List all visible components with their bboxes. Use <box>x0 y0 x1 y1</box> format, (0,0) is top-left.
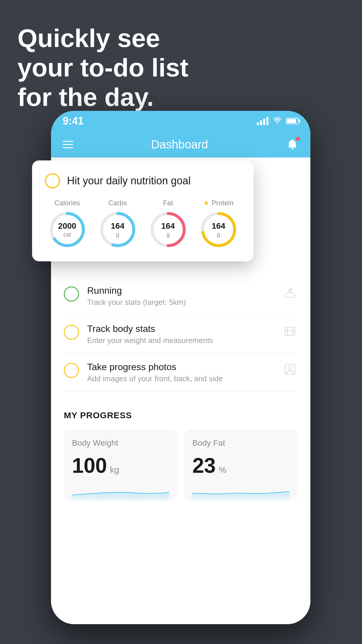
carbs-progress: 164 g <box>99 211 137 249</box>
star-icon: ★ <box>203 199 210 207</box>
notification-badge <box>296 137 300 141</box>
featured-card: Hit your daily nutrition goal Calories 2… <box>32 160 254 261</box>
todo-sub-running: Track your stats (target: 5km) <box>87 298 274 307</box>
fat-label: Fat <box>146 199 190 207</box>
progress-weight-value: 100 <box>72 454 107 477</box>
protein-unit: g <box>212 231 225 238</box>
progress-card-bodyfat[interactable]: Body Fat 23 % <box>184 429 298 501</box>
headline: Quickly see your to-do list for the day. <box>17 23 189 112</box>
menu-button[interactable] <box>63 141 73 148</box>
todo-title-photos: Take progress photos <box>87 362 274 372</box>
status-time: 9:41 <box>63 115 84 127</box>
protein-label: ★ Protein <box>196 199 241 207</box>
carbs-label: Carbs <box>95 199 140 207</box>
protein-progress: 164 g <box>200 211 238 249</box>
card-title: Hit your daily nutrition goal <box>67 175 191 187</box>
progress-bodyfat-value: 23 <box>192 454 216 477</box>
todo-circle-body-stats <box>64 325 79 340</box>
status-bar: 9:41 <box>51 111 310 131</box>
carbs-value: 164 <box>111 221 124 231</box>
calories-progress: 2000 cal <box>48 211 86 249</box>
nav-title: Dashboard <box>151 138 208 151</box>
weight-chart <box>72 483 169 501</box>
task-circle <box>45 173 60 188</box>
todo-circle-photos <box>64 363 79 378</box>
nutrition-carbs: Carbs 164 g <box>95 199 140 249</box>
scale-icon <box>282 323 298 339</box>
nutrition-fat: Fat 164 g <box>146 199 190 249</box>
progress-card-bodyfat-title: Body Fat <box>192 438 289 448</box>
signal-icon <box>257 117 268 125</box>
todo-sub-body-stats: Enter your weight and measurements <box>87 336 274 345</box>
todo-item-photos[interactable]: Take progress photos Add images of your … <box>64 354 298 392</box>
headline-line3: for the day. <box>17 82 189 112</box>
fat-unit: g <box>161 231 175 238</box>
progress-weight-unit: kg <box>110 465 119 475</box>
calories-unit: cal <box>58 231 76 238</box>
battery-icon <box>286 118 299 124</box>
person-icon <box>282 362 298 377</box>
carbs-unit: g <box>111 231 124 238</box>
nutrition-protein: ★ Protein 164 g <box>196 199 241 249</box>
nav-bar: Dashboard <box>51 131 310 158</box>
todo-item-body-stats[interactable]: Track body stats Enter your weight and m… <box>64 315 298 354</box>
svg-point-5 <box>288 366 292 370</box>
bodyfat-chart <box>192 483 289 501</box>
fat-value: 164 <box>161 221 175 231</box>
calories-label: Calories <box>45 199 89 207</box>
status-icons <box>257 116 299 126</box>
nutrition-grid: Calories 2000 cal Carbs <box>45 199 241 249</box>
nutrition-calories: Calories 2000 cal <box>45 199 89 249</box>
todo-circle-running <box>64 286 79 302</box>
wifi-icon <box>273 116 282 126</box>
progress-header: MY PROGRESS <box>64 410 298 420</box>
protein-value: 164 <box>212 221 225 231</box>
headline-line2: your to-do list <box>17 53 189 82</box>
shoe-icon <box>282 285 298 300</box>
progress-bodyfat-unit: % <box>219 465 226 475</box>
progress-card-weight-title: Body Weight <box>72 438 169 448</box>
progress-section: MY PROGRESS Body Weight 100 kg <box>51 398 310 501</box>
calories-value: 2000 <box>58 221 76 231</box>
headline-line1: Quickly see <box>17 23 189 53</box>
todo-title-body-stats: Track body stats <box>87 323 274 334</box>
notifications-button[interactable] <box>286 138 299 151</box>
todo-sub-photos: Add images of your front, back, and side <box>87 374 274 383</box>
todo-list: Running Track your stats (target: 5km) T… <box>51 277 310 392</box>
todo-item-running[interactable]: Running Track your stats (target: 5km) <box>64 277 298 315</box>
todo-title-running: Running <box>87 285 274 296</box>
svg-rect-0 <box>285 327 295 335</box>
progress-card-weight[interactable]: Body Weight 100 kg <box>64 429 177 501</box>
progress-cards: Body Weight 100 kg <box>64 429 298 501</box>
fat-progress: 164 g <box>149 211 187 249</box>
